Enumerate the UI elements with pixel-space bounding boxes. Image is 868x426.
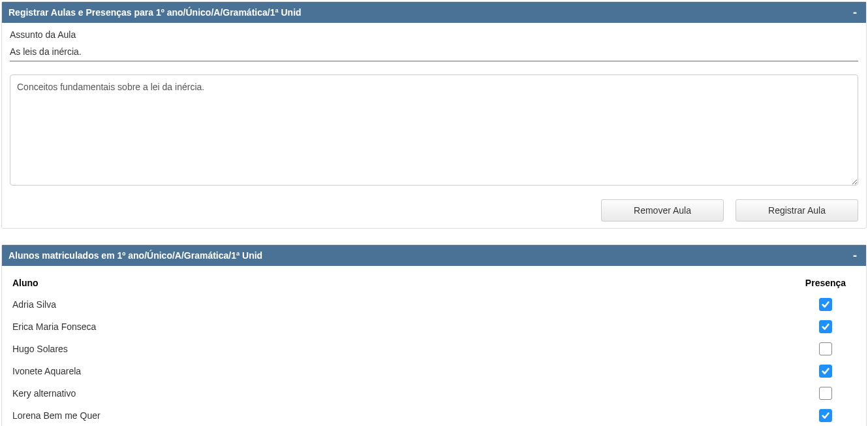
students-panel: Alunos matriculados em 1º ano/Único/A/Gr… (1, 244, 867, 426)
collapse-icon[interactable]: - (850, 252, 860, 259)
register-class-button[interactable]: Registrar Aula (736, 199, 858, 221)
register-class-panel-header: Registrar Aulas e Presenças para 1º ano/… (2, 2, 866, 23)
register-class-panel-body: Assunto da Aula Remover Aula Registrar A… (2, 23, 866, 228)
table-row: Ivonete Aquarela (10, 360, 858, 382)
column-header-presenca: Presença (793, 272, 858, 293)
student-name: Lorena Bem me Quer (10, 404, 793, 426)
column-header-aluno: Aluno (10, 272, 793, 293)
presence-checkbox[interactable] (819, 320, 832, 333)
register-class-panel: Registrar Aulas e Presenças para 1º ano/… (1, 1, 867, 229)
table-row: Kery alternativo (10, 382, 858, 404)
subject-input[interactable] (10, 44, 858, 61)
students-panel-title: Alunos matriculados em 1º ano/Único/A/Gr… (8, 250, 262, 261)
collapse-icon[interactable]: - (850, 9, 860, 16)
student-name: Ivonete Aquarela (10, 360, 793, 382)
table-row: Hugo Solares (10, 338, 858, 360)
students-table: Aluno Presença Adria SilvaErica Maria Fo… (10, 272, 858, 426)
presence-checkbox[interactable] (819, 298, 832, 311)
presence-cell (793, 293, 858, 316)
presence-checkbox[interactable] (819, 409, 832, 422)
student-name: Kery alternativo (10, 382, 793, 404)
presence-cell (793, 316, 858, 338)
presence-cell (793, 404, 858, 426)
presence-cell (793, 338, 858, 360)
register-class-panel-title: Registrar Aulas e Presenças para 1º ano/… (8, 7, 302, 18)
presence-checkbox[interactable] (819, 387, 832, 400)
student-name: Erica Maria Fonseca (10, 316, 793, 338)
student-name: Adria Silva (10, 293, 793, 316)
table-row: Erica Maria Fonseca (10, 316, 858, 338)
table-row: Lorena Bem me Quer (10, 404, 858, 426)
student-name: Hugo Solares (10, 338, 793, 360)
presence-cell (793, 360, 858, 382)
description-textarea[interactable] (10, 74, 858, 186)
remove-class-button[interactable]: Remover Aula (601, 199, 724, 221)
table-row: Adria Silva (10, 293, 858, 316)
presence-checkbox[interactable] (819, 342, 832, 355)
button-row: Remover Aula Registrar Aula (10, 199, 858, 221)
presence-cell (793, 382, 858, 404)
students-panel-header: Alunos matriculados em 1º ano/Único/A/Gr… (2, 245, 866, 266)
subject-label: Assunto da Aula (10, 29, 858, 40)
presence-checkbox[interactable] (819, 365, 832, 378)
students-panel-body: Aluno Presença Adria SilvaErica Maria Fo… (2, 266, 866, 426)
